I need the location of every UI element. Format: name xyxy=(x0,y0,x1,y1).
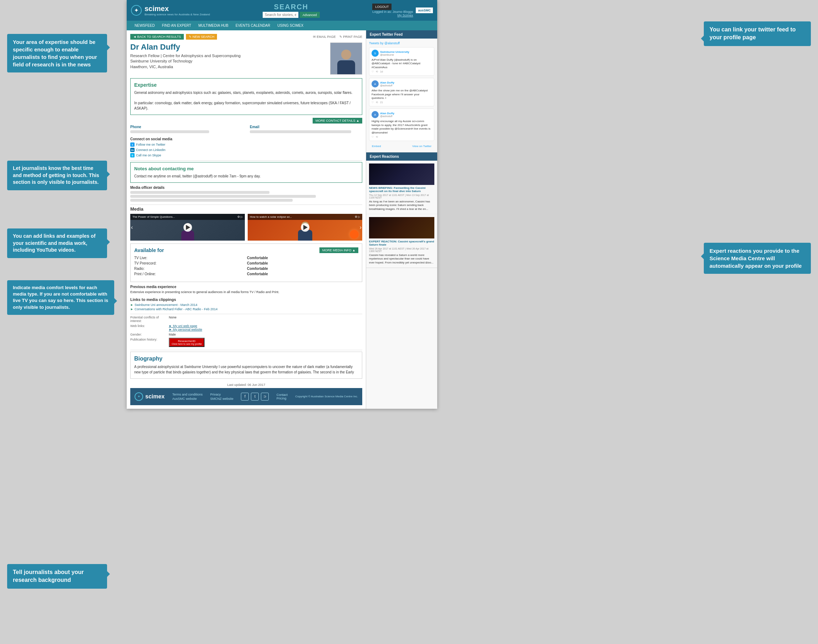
video2-title-bar: How to watch a solar eclipse wi... ⚙ ▷ xyxy=(248,214,362,220)
tweet-1-retweet[interactable]: ⟲ xyxy=(376,71,378,73)
tweet-3: A Alan Duffy @astroduff Highly encourage… xyxy=(369,109,434,141)
title-line2: Swinburne University of Technology xyxy=(130,58,326,64)
tweet-3-handle: @astroduff xyxy=(380,115,394,117)
logged-in-text: Logged in as: Journo Bloggs xyxy=(372,10,413,14)
media-section: Media ‹ The Power of Simple Questions...… xyxy=(130,206,362,241)
clip-link-1[interactable]: ► Swinburne Uni announcement - March 201… xyxy=(130,303,362,307)
reaction-1-title[interactable]: NEWS BRIEFING: Farewelling the Cassini s… xyxy=(369,186,434,193)
footer-contact-pricing: Contact Pricing xyxy=(277,393,288,400)
skype-icon: S xyxy=(130,153,135,158)
footer-rss-icon[interactable]: ⊃ xyxy=(261,393,269,400)
video-nav-left[interactable]: ‹ xyxy=(131,224,133,231)
twitter-link[interactable]: t Follow me on Twitter xyxy=(130,143,362,147)
footer-twitter-icon[interactable]: t xyxy=(251,393,259,400)
tweet-3-like[interactable]: ♡ xyxy=(372,136,374,138)
twitter-feed: Tweets by @alanstuff S Swinburne Univers… xyxy=(366,38,437,152)
person-shape xyxy=(337,46,355,75)
video2-play-btn[interactable] xyxy=(301,223,309,232)
reaction-2-img xyxy=(369,217,434,238)
profile-main: ◄ BACK TO SEARCH RESULTS ✎ NEW SEARCH ✉ … xyxy=(127,30,366,409)
logout-button[interactable]: LOGOUT xyxy=(372,3,392,10)
web-link-1[interactable]: ► My uni web page xyxy=(169,324,197,328)
media-officer: Media officer details xyxy=(130,186,362,202)
reaction-1-img xyxy=(369,164,434,185)
clip-link-1-text: Swinburne Uni announcement - March 2014 xyxy=(135,303,198,307)
view-on-twitter-link[interactable]: View on Twitter xyxy=(412,144,432,148)
tweet-2-like[interactable]: ♡ xyxy=(372,101,374,104)
linkedin-icon: in xyxy=(130,148,135,152)
ausmc-logo: ausSMC xyxy=(416,8,433,13)
more-contact-btn[interactable]: MORE CONTACT DETAILS ▲ xyxy=(312,118,362,124)
clip-link-2-text: Conversations with Richard Fidler - ABC … xyxy=(135,307,218,311)
callout-available: Indicate media comfort levels for each m… xyxy=(7,280,114,315)
reaction-1-text: As long as I've been an astronomer, Cass… xyxy=(369,200,434,211)
video-thumb-1[interactable]: ‹ The Power of Simple Questions... ⚙ ▷ xyxy=(130,214,245,241)
tweet-3-retweet[interactable]: ⟲ xyxy=(376,136,378,138)
header-search-area: SEARCH Advanced xyxy=(263,3,320,18)
tweet-1-handle: @swinburne xyxy=(380,54,409,56)
my-scimex-link[interactable]: My Scimex xyxy=(372,14,413,17)
linkedin-link[interactable]: in Connect on LinkedIn xyxy=(130,148,362,152)
clip-link-2[interactable]: ► Conversations with Richard Fidler - AB… xyxy=(130,307,362,311)
video1-person-body xyxy=(181,231,194,241)
video-thumb-2[interactable]: › How to watch a solar eclipse wi... ⚙ ▷ xyxy=(248,214,362,241)
new-search-btn[interactable]: ✎ NEW SEARCH xyxy=(186,34,218,40)
site-nav: NEWSFEED FIND AN EXPERT MULTIMEDIA HUB E… xyxy=(127,21,437,30)
video1-play-btn[interactable] xyxy=(184,223,192,232)
back-bar: ◄ BACK TO SEARCH RESULTS ✎ NEW SEARCH ✉ … xyxy=(130,34,362,40)
reaction-2-title[interactable]: EXPERT REACTION: Cassini spacecraft's gr… xyxy=(369,240,434,246)
researcher-id-btn[interactable]: ResearcherID Click here to see my profil… xyxy=(169,338,204,347)
print-page-link[interactable]: ✎ PRINT PAGE xyxy=(339,35,362,38)
footer-logo-icon: ✦ xyxy=(135,393,143,401)
clip-arrow-2: ► xyxy=(130,307,133,311)
tweet-2-avatar: A xyxy=(372,80,379,87)
footer-facebook-icon[interactable]: f xyxy=(241,393,249,400)
email-page-link[interactable]: ✉ EMAIL PAGE xyxy=(313,35,336,38)
nav-multimedia[interactable]: MULTIMEDIA HUB xyxy=(195,21,232,30)
search-input[interactable] xyxy=(263,12,299,18)
footer-terms[interactable]: Terms and conditions xyxy=(172,393,203,396)
footer-copyright: Copyright © Australian Science Media Cen… xyxy=(295,395,358,398)
footer-contact[interactable]: Contact xyxy=(277,393,288,397)
embed-link[interactable]: Embed xyxy=(372,144,381,148)
notes-box: Notes about contacting me Contact me any… xyxy=(130,162,362,183)
nav-using[interactable]: USING SCIMEX xyxy=(274,21,307,30)
profile-title: Research Fellow | Centre for Astrophysic… xyxy=(130,53,326,70)
footer-privacy[interactable]: Privacy xyxy=(210,393,233,396)
video-nav-right[interactable]: › xyxy=(360,224,362,231)
footer-smcnz[interactable]: SMCNZ website xyxy=(210,397,233,400)
expertise-title: Expertise xyxy=(134,82,358,88)
video-grid: ‹ The Power of Simple Questions... ⚙ ▷ xyxy=(130,214,362,241)
video2-icons: ⚙ ▷ xyxy=(355,215,360,218)
media-officer-line1 xyxy=(130,191,270,194)
nav-newsfeed[interactable]: NEWSFEED xyxy=(131,21,158,30)
pub-key: Publication history: xyxy=(130,338,166,347)
site-sidebar: Expert Twitter Feed Tweets by @alanstuff… xyxy=(366,30,437,409)
media-label: Media xyxy=(130,206,362,212)
skype-link[interactable]: S Call me on Skype xyxy=(130,153,362,158)
personal-row-gender: Gender: Male xyxy=(130,333,362,336)
tweet-1-like[interactable]: ♡ xyxy=(372,71,374,73)
tweet-3-text: Highly encourage all my Aussie sci-comm … xyxy=(372,120,432,135)
back-to-search-btn[interactable]: ◄ BACK TO SEARCH RESULTS xyxy=(130,34,184,40)
nav-events[interactable]: EVENTS CALENDAR xyxy=(232,21,274,30)
contact-phone: Phone xyxy=(130,125,243,134)
contact-email: Email xyxy=(250,125,362,134)
contact-section: Phone Email xyxy=(130,125,362,134)
callout-available-text: Indicate media comfort levels for each m… xyxy=(13,285,108,310)
nav-find-expert[interactable]: FIND AN EXPERT xyxy=(158,21,195,30)
footer-pricing[interactable]: Pricing xyxy=(277,397,288,400)
personal-row-web: Web links: ► My uni web page ► My person… xyxy=(130,324,362,331)
tv-live-key: TV Live: xyxy=(134,256,245,260)
video1-title: The Power of Simple Questions... xyxy=(132,215,175,218)
advanced-search-btn[interactable]: Advanced xyxy=(300,12,320,18)
bio-text: A professional astrophysicist at Swinbur… xyxy=(134,364,358,375)
more-media-btn[interactable]: MORE MEDIA INFO ▲ xyxy=(319,247,358,253)
tweet-2-retweet[interactable]: ⟲ xyxy=(376,101,378,104)
title-line3: Hawthorn, VIC, Australia xyxy=(130,64,326,70)
expertise-box: Expertise General astronomy and astrophy… xyxy=(130,78,362,115)
web-link-2[interactable]: ► My personal website xyxy=(169,328,202,331)
tweet-2: A Alan Duffy @astroduff After the show j… xyxy=(369,78,434,106)
footer-ausmc[interactable]: AusSMC website xyxy=(172,397,203,400)
tweet-1: S Swinburne University @swinburne A/Prof… xyxy=(369,47,434,76)
